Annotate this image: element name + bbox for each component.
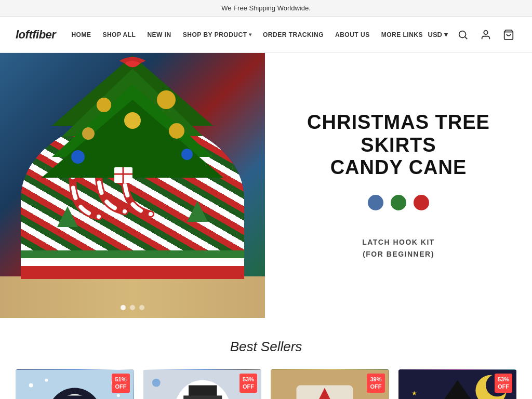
svg-point-13 [97, 98, 111, 112]
product-badge-2: 53% OFF [240, 374, 257, 393]
nav-new-in[interactable]: NEW IN [147, 31, 171, 38]
svg-rect-31 [62, 395, 87, 399]
svg-point-33 [29, 383, 33, 388]
svg-rect-48 [183, 395, 222, 399]
hero-section: CHRISTMAS TREE SKIRTS CANDY CANE LATCH H… [0, 53, 532, 318]
product-card-3[interactable]: 39% OFF [271, 369, 389, 399]
carousel-dot-3[interactable] [139, 305, 144, 310]
product-badge-4: 53% OFF [495, 374, 512, 393]
product-card-1[interactable]: ❄ ❄ 51% OFF [16, 369, 134, 399]
swatch-red[interactable] [414, 195, 429, 210]
swatch-blue[interactable] [368, 195, 383, 210]
color-swatches [368, 195, 429, 210]
svg-point-2 [484, 30, 487, 34]
product-badge-3: 39% OFF [367, 374, 384, 393]
header: loftfiber HOME SHOP ALL NEW IN SHOP BY P… [0, 17, 532, 53]
svg-text:★: ★ [411, 390, 417, 397]
svg-point-15 [82, 127, 95, 140]
nav-home[interactable]: HOME [71, 31, 91, 38]
product-card-4[interactable]: ★ ★ ★ 53% OFF [398, 369, 517, 399]
header-actions: USD ▾ [428, 27, 516, 43]
best-sellers-title: Best Sellers [16, 339, 516, 355]
best-sellers-section: Best Sellers [0, 318, 532, 399]
products-grid: ❄ ❄ 51% OFF [16, 369, 516, 399]
svg-marker-4 [57, 206, 78, 227]
navigation: HOME SHOP ALL NEW IN SHOP BY PRODUCT ▾ O… [71, 31, 428, 38]
account-icon [480, 29, 491, 41]
cart-icon [503, 29, 514, 41]
svg-rect-7 [21, 258, 244, 266]
svg-line-1 [465, 37, 467, 39]
nav-about-us[interactable]: ABOUT US [335, 31, 370, 38]
nav-shop-all[interactable]: SHOP ALL [102, 31, 136, 38]
product-badge-1: 51% OFF [112, 374, 129, 393]
svg-point-14 [157, 90, 176, 109]
svg-point-19 [181, 149, 193, 160]
product-card-2[interactable]: 53% OFF [143, 369, 262, 399]
hero-content: CHRISTMAS TREE SKIRTS CANDY CANE LATCH H… [265, 53, 532, 318]
svg-point-34 [45, 379, 48, 382]
account-button[interactable] [478, 27, 494, 43]
svg-rect-8 [21, 250, 244, 258]
floor-decoration [0, 276, 265, 318]
shop-by-product-dropdown-icon: ▾ [249, 32, 252, 37]
nav-shop-by-product[interactable]: SHOP BY PRODUCT ▾ [183, 31, 251, 38]
banner-text: We Free Shipping Worldwide. [221, 4, 311, 12]
svg-point-36 [117, 394, 120, 397]
svg-rect-47 [189, 385, 217, 397]
top-banner: We Free Shipping Worldwide. [0, 0, 532, 17]
swatch-green[interactable] [391, 195, 406, 210]
svg-rect-6 [21, 266, 244, 279]
svg-marker-5 [187, 201, 208, 222]
logo[interactable]: loftfiber [16, 28, 56, 42]
hero-image [0, 53, 265, 318]
hero-image-container [0, 53, 265, 318]
search-icon [457, 29, 469, 41]
carousel-dot-2[interactable] [130, 305, 135, 310]
search-button[interactable] [455, 27, 471, 43]
hero-title: CHRISTMAS TREE SKIRTS CANDY CANE [281, 111, 516, 179]
currency-selector[interactable]: USD ▾ [428, 31, 448, 38]
svg-point-18 [71, 150, 85, 164]
svg-point-49 [152, 379, 160, 387]
cart-button[interactable] [501, 27, 516, 43]
carousel-dot-1[interactable] [121, 305, 126, 310]
nav-order-tracking[interactable]: ORDER TRACKING [263, 31, 324, 38]
currency-dropdown-icon: ▾ [444, 31, 448, 38]
svg-point-16 [169, 123, 184, 139]
svg-point-17 [124, 112, 141, 129]
svg-point-0 [459, 31, 466, 37]
hero-subtitle: LATCH HOOK KIT (FOR BEGINNER) [362, 236, 435, 260]
nav-more-links[interactable]: More Links [381, 31, 423, 38]
carousel-dots [121, 305, 144, 310]
